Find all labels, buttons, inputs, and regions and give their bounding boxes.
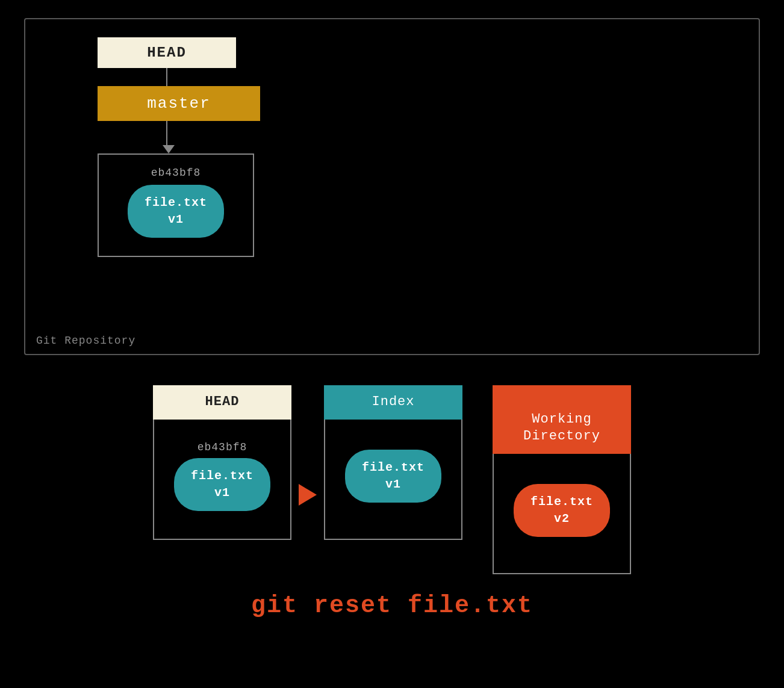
- git-command: git reset file.txt: [251, 592, 533, 619]
- head-box-top: HEAD: [98, 37, 236, 68]
- col-index-header: Index: [324, 385, 462, 420]
- commit-hash-top: eb43bf8: [151, 167, 201, 179]
- col-head-pill-line1: file.txt: [191, 469, 254, 483]
- file-pill-top-line2: v1: [168, 212, 184, 226]
- col-head-pill-line2: v1: [214, 486, 230, 500]
- col-working-dir-pill-line1: file.txt: [530, 495, 593, 509]
- spacer-col2-col3: [462, 385, 493, 574]
- commit-box-top: eb43bf8 file.txt v1: [98, 153, 254, 257]
- col-head-body: eb43bf8 file.txt v1: [153, 420, 291, 540]
- master-to-commit-line: [166, 121, 167, 145]
- col-working-dir-label: Working Directory: [523, 412, 600, 444]
- main-container: HEAD master eb43bf8 file.txt v1 Git Repo…: [0, 0, 784, 688]
- col-head-pill: file.txt v1: [174, 458, 270, 511]
- right-arrow-icon: [299, 484, 317, 506]
- head-to-master-line: [166, 68, 167, 86]
- col-index-pill: file.txt v1: [345, 450, 441, 503]
- col-index-body: file.txt v1: [324, 420, 462, 540]
- col-working-dir-pill-line2: v2: [554, 512, 570, 525]
- arrow-col1-col2: [291, 385, 324, 574]
- bottom-section: HEAD eb43bf8 file.txt v1 Index: [24, 385, 760, 619]
- col-index-pill-line2: v1: [385, 477, 401, 491]
- bottom-diagram: HEAD eb43bf8 file.txt v1 Index: [24, 385, 760, 574]
- head-label-top: HEAD: [147, 45, 187, 61]
- git-repository-section: HEAD master eb43bf8 file.txt v1 Git Repo…: [24, 18, 760, 355]
- col-head-label: HEAD: [205, 394, 240, 409]
- col-index-label: Index: [372, 394, 414, 409]
- col-working-dir-header: Working Directory: [493, 385, 631, 454]
- col-working-dir-pill: file.txt v2: [514, 484, 610, 537]
- col-head-hash: eb43bf8: [198, 441, 247, 453]
- file-pill-top: file.txt v1: [128, 185, 224, 238]
- arrow-down-top: [163, 145, 175, 153]
- col-working-dir-body: file.txt v2: [493, 454, 631, 574]
- repo-label: Git Repository: [36, 335, 135, 347]
- col-head: HEAD eb43bf8 file.txt v1: [153, 385, 291, 574]
- master-box: master: [98, 86, 260, 121]
- col-working-dir: Working Directory file.txt v2: [493, 385, 631, 574]
- top-diagram: HEAD master eb43bf8 file.txt v1: [49, 37, 735, 257]
- col-index-pill-line1: file.txt: [362, 460, 425, 474]
- file-pill-top-line1: file.txt: [145, 196, 207, 209]
- master-label: master: [147, 95, 211, 113]
- col-head-header: HEAD: [153, 385, 291, 420]
- col-index: Index file.txt v1: [324, 385, 462, 574]
